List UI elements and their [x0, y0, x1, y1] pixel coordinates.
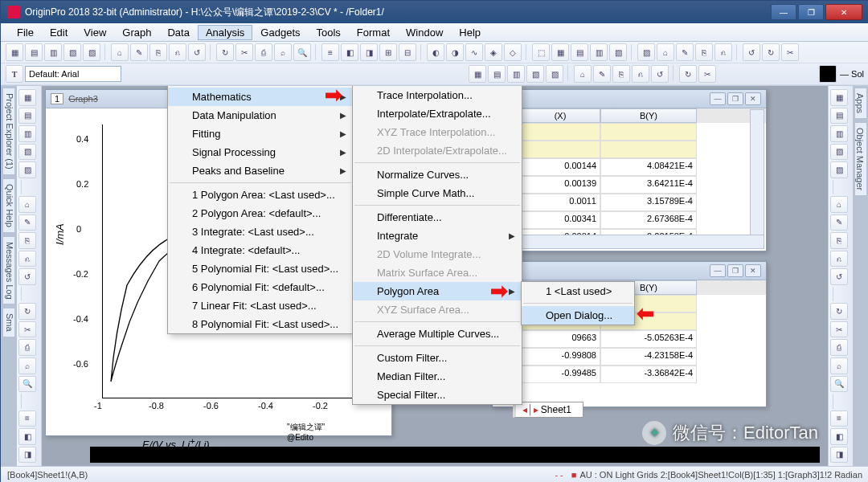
- main-toolbar-btn-12[interactable]: ⎙: [255, 43, 272, 61]
- main-toolbar-btn-7[interactable]: ⎘: [149, 43, 167, 61]
- main-toolbar-btn-11[interactable]: ✂: [235, 43, 253, 61]
- workbook-window-1[interactable]: —❐✕ (X)B(Y) 0.001444.08421E-40.001393.64…: [492, 89, 767, 251]
- style-toolbar-btn-3[interactable]: ▧: [526, 65, 544, 83]
- left-tool-btn-12[interactable]: ⎙: [18, 339, 36, 356]
- math-item-17[interactable]: Custom Filter...: [353, 349, 522, 367]
- main-toolbar-btn-6[interactable]: ✎: [130, 43, 148, 61]
- menu-help[interactable]: Help: [451, 25, 489, 40]
- left-tool-btn-13[interactable]: ⌕: [18, 357, 36, 374]
- close-button[interactable]: ✕: [825, 4, 862, 20]
- main-toolbar-btn-22[interactable]: ∿: [465, 43, 483, 61]
- math-item-1[interactable]: Interpolate/Extrapolate...: [353, 104, 522, 123]
- main-toolbar-btn-36[interactable]: ↻: [762, 43, 780, 61]
- left-tool-btn-2[interactable]: ▥: [18, 125, 36, 142]
- math-item-3[interactable]: 2D Interpolate/Extrapolate...: [353, 141, 522, 160]
- main-toolbar-btn-13[interactable]: ⌕: [274, 43, 292, 61]
- main-toolbar-btn-14[interactable]: 🔍: [293, 43, 311, 61]
- menu-file[interactable]: File: [9, 25, 42, 40]
- analysis-item-10[interactable]: 4 Integrate: <default>...: [168, 241, 353, 259]
- left-tool-btn-16[interactable]: ◧: [18, 428, 36, 445]
- math-item-19[interactable]: Special Filter...: [353, 386, 522, 404]
- right-tool-btn-9[interactable]: ↺: [830, 268, 848, 285]
- wb1-maximize-icon[interactable]: ❐: [727, 92, 743, 105]
- right-tool-btn-7[interactable]: ⎘: [830, 232, 848, 249]
- analysis-item-11[interactable]: 5 Polynomial Fit: <Last used>...: [168, 259, 353, 278]
- right-tool-btn-17[interactable]: ◨: [830, 447, 848, 464]
- right-tool-btn-16[interactable]: ◧: [830, 428, 848, 445]
- math-item-11[interactable]: Matrix Surface Area...: [353, 263, 522, 282]
- style-toolbar-btn-11[interactable]: ✂: [698, 65, 716, 83]
- right-tool-btn-11[interactable]: ✂: [830, 321, 848, 338]
- apps-tab[interactable]: Apps: [854, 88, 867, 119]
- polygon-area-dropdown[interactable]: 1 <Last used>Open Dialog...: [521, 281, 635, 325]
- menu-gadgets[interactable]: Gadgets: [252, 25, 308, 40]
- font-selector[interactable]: Default: Arial: [25, 66, 121, 82]
- main-toolbar-btn-32[interactable]: ✎: [676, 43, 694, 61]
- left-tool-btn-11[interactable]: ✂: [18, 321, 36, 338]
- menu-window[interactable]: Window: [398, 25, 451, 40]
- project-explorer-tab[interactable]: Project Explorer (1): [2, 88, 15, 175]
- left-tool-btn-3[interactable]: ▧: [18, 144, 36, 161]
- math-item-6[interactable]: Simple Curve Math...: [353, 184, 522, 202]
- left-tool-btn-0[interactable]: ▦: [18, 89, 36, 106]
- analysis-dropdown[interactable]: Statistics▶Mathematics▶Data Manipulation…: [167, 86, 354, 334]
- line-color-icon[interactable]: [819, 65, 837, 83]
- line-style-selector[interactable]: — Sol: [840, 69, 864, 79]
- style-toolbar-btn-8[interactable]: ⎌: [632, 65, 649, 83]
- right-tool-btn-4[interactable]: ▨: [830, 161, 848, 178]
- main-toolbar-btn-0[interactable]: ▦: [6, 43, 23, 61]
- right-tool-btn-2[interactable]: ▥: [830, 125, 848, 142]
- right-tool-btn-15[interactable]: ≡: [830, 411, 848, 427]
- style-toolbar-btn-10[interactable]: ↻: [679, 65, 697, 83]
- style-toolbar-btn-2[interactable]: ▥: [507, 65, 525, 83]
- main-toolbar-btn-37[interactable]: ✂: [781, 43, 799, 61]
- menu-view[interactable]: View: [76, 25, 114, 40]
- main-toolbar-btn-23[interactable]: ◈: [485, 43, 502, 61]
- wb1-close-icon[interactable]: ✕: [745, 92, 761, 105]
- main-toolbar-btn-16[interactable]: ◧: [341, 43, 358, 61]
- math-item-18[interactable]: Median Filter...: [353, 367, 522, 386]
- main-toolbar-btn-9[interactable]: ↺: [188, 43, 206, 61]
- analysis-item-2[interactable]: Data Manipulation▶: [168, 106, 353, 125]
- style-toolbar-btn-0[interactable]: ▦: [469, 65, 486, 83]
- main-toolbar-btn-25[interactable]: ⬚: [532, 43, 550, 61]
- analysis-item-13[interactable]: 7 Linear Fit: <Last used>...: [168, 296, 353, 315]
- right-tool-btn-13[interactable]: ⌕: [830, 357, 848, 374]
- left-tool-btn-4[interactable]: ▨: [18, 161, 36, 178]
- right-tool-btn-10[interactable]: ↻: [830, 303, 848, 320]
- style-toolbar-btn-7[interactable]: ⎘: [612, 65, 630, 83]
- menu-tools[interactable]: Tools: [309, 25, 349, 40]
- right-tool-btn-6[interactable]: ✎: [830, 214, 848, 231]
- analysis-item-14[interactable]: 8 Polynomial Fit: <Last used>...: [168, 315, 353, 333]
- main-toolbar-btn-26[interactable]: ▦: [551, 43, 569, 61]
- math-item-8[interactable]: Differentiate...: [353, 208, 522, 227]
- right-tool-btn-5[interactable]: ⌂: [830, 196, 848, 213]
- math-item-12[interactable]: Polygon Area▶: [353, 282, 522, 300]
- right-tool-btn-3[interactable]: ▧: [830, 144, 848, 161]
- main-toolbar-btn-28[interactable]: ▥: [590, 43, 608, 61]
- messages-log-tab[interactable]: Messages Log: [2, 236, 15, 305]
- math-item-0[interactable]: Trace Interpolation...: [353, 86, 522, 104]
- main-toolbar-btn-20[interactable]: ◐: [427, 43, 444, 61]
- analysis-item-5[interactable]: Peaks and Baseline▶: [168, 161, 353, 180]
- math-item-5[interactable]: Normalize Curves...: [353, 165, 522, 184]
- main-toolbar-btn-35[interactable]: ↺: [743, 43, 760, 61]
- object-manager-tab[interactable]: Object Manager: [854, 122, 867, 196]
- main-toolbar-btn-4[interactable]: ▨: [83, 43, 100, 61]
- left-tool-btn-15[interactable]: ≡: [18, 411, 36, 427]
- wb1-hscroll[interactable]: [494, 235, 764, 249]
- main-toolbar-btn-17[interactable]: ◨: [360, 43, 378, 61]
- polygon-item-2[interactable]: Open Dialog...: [522, 306, 634, 325]
- style-toolbar-btn-1[interactable]: ▤: [488, 65, 506, 83]
- math-item-15[interactable]: Average Multiple Curves...: [353, 325, 522, 343]
- menu-format[interactable]: Format: [349, 25, 398, 40]
- main-toolbar-btn-15[interactable]: ≡: [321, 43, 339, 61]
- polygon-item-0[interactable]: 1 <Last used>: [522, 282, 634, 300]
- left-tool-btn-14[interactable]: 🔍: [18, 376, 36, 393]
- menu-graph[interactable]: Graph: [114, 25, 159, 40]
- analysis-item-1[interactable]: Mathematics▶: [168, 88, 353, 106]
- right-tool-btn-14[interactable]: 🔍: [830, 376, 848, 393]
- main-toolbar-btn-2[interactable]: ▥: [44, 43, 62, 61]
- math-item-13[interactable]: XYZ Surface Area...: [353, 300, 522, 319]
- main-toolbar-btn-5[interactable]: ⌂: [111, 43, 129, 61]
